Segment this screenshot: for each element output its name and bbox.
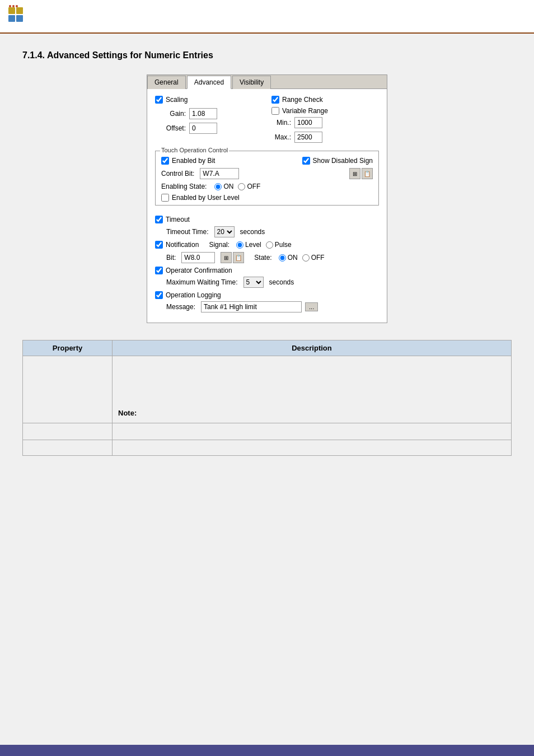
svg-rect-0 <box>8 7 15 14</box>
state-radios: ON OFF <box>279 254 325 262</box>
max-row: Max.: <box>271 132 379 143</box>
bit-icons: ⊞ 📋 <box>221 252 244 263</box>
timeout-label: Timeout <box>166 216 190 223</box>
timeout-time-label: Timeout Time: <box>166 228 209 236</box>
bit-grid-icon[interactable]: ⊞ <box>221 252 232 263</box>
level-radio[interactable] <box>236 241 243 249</box>
max-input[interactable] <box>294 132 322 143</box>
signal-label: Signal: <box>209 241 229 249</box>
max-wait-select[interactable]: 5 10 15 30 <box>243 277 264 288</box>
touch-operation-group: Touch Operation Control Enabled by Bit S… <box>155 151 379 206</box>
notification-bit-row: Bit: ⊞ 📋 State: ON OFF <box>166 252 379 263</box>
property-cell-2 <box>23 423 113 440</box>
control-bit-icons: ⊞ 📋 <box>349 168 373 179</box>
tab-bar: General Advanced Visibility <box>147 75 387 89</box>
app-icon <box>6 4 28 29</box>
pulse-radio[interactable] <box>266 241 273 249</box>
svg-point-4 <box>9 5 11 7</box>
table-row <box>23 423 512 440</box>
message-input[interactable] <box>201 301 302 312</box>
state-off-radio-label: OFF <box>302 254 325 262</box>
operator-confirmation-row: Operator Confirmation <box>155 267 379 274</box>
book-icon[interactable]: 📋 <box>362 168 373 179</box>
level-radio-label: Level <box>236 241 261 249</box>
bit-input[interactable] <box>181 252 215 263</box>
table-row: Note: <box>23 356 512 423</box>
scaling-checkbox-row: Scaling <box>155 96 263 104</box>
offset-row: Offset: <box>155 123 263 134</box>
offset-input[interactable] <box>189 123 217 134</box>
control-bit-input[interactable] <box>200 168 239 179</box>
range-check-section: Range Check Variable Range Min.: Max.: <box>271 96 379 146</box>
variable-range-label: Variable Range <box>282 107 328 115</box>
description-cell: Note: <box>113 356 512 423</box>
enabled-by-bit-row: Enabled by Bit <box>161 157 215 165</box>
main-content: 7.1.4. Advanced Settings for Numeric Ent… <box>0 34 534 473</box>
scaling-checkbox[interactable] <box>155 96 163 104</box>
operation-logging-label: Operation Logging <box>166 291 221 299</box>
control-bit-row: Control Bit: ⊞ 📋 <box>161 168 373 179</box>
svg-point-5 <box>12 5 15 7</box>
timeout-time-select[interactable]: 20 10 30 60 <box>214 226 235 237</box>
bit-label: Bit: <box>166 254 176 262</box>
min-label: Min.: <box>271 119 291 127</box>
variable-range-row: Variable Range <box>271 107 379 115</box>
svg-rect-1 <box>16 7 23 14</box>
range-check-row: Range Check <box>271 96 379 104</box>
enabled-by-bit-checkbox[interactable] <box>161 157 169 165</box>
max-wait-seconds-label: seconds <box>269 278 294 286</box>
state-off-radio[interactable] <box>302 254 310 262</box>
notification-checkbox-label: Notification <box>155 241 199 249</box>
state-off-label: OFF <box>311 254 325 262</box>
state-on-radio[interactable] <box>279 254 286 262</box>
table-row <box>23 440 512 456</box>
on-label: ON <box>223 183 233 190</box>
gain-input[interactable] <box>189 108 217 119</box>
tab-general[interactable]: General <box>147 76 186 89</box>
operator-confirmation-checkbox[interactable] <box>155 267 163 274</box>
control-bit-label: Control Bit: <box>161 170 194 178</box>
off-radio-label: OFF <box>238 183 260 190</box>
on-radio-label: ON <box>214 183 233 190</box>
state-label: State: <box>254 254 271 262</box>
notification-checkbox[interactable] <box>155 241 163 249</box>
scaling-section: Scaling Gain: Offset: <box>155 96 263 146</box>
timeout-checkbox[interactable] <box>155 216 163 223</box>
show-disabled-sign-label: Show Disabled Sign <box>313 157 373 165</box>
enabling-state-row: Enabling State: ON OFF <box>161 183 373 190</box>
variable-range-checkbox[interactable] <box>271 107 279 115</box>
grid-icon[interactable]: ⊞ <box>349 168 360 179</box>
show-disabled-sign-checkbox[interactable] <box>302 157 310 165</box>
pulse-label: Pulse <box>275 241 292 249</box>
property-cell-3 <box>23 440 113 456</box>
message-label: Message: <box>166 303 195 311</box>
property-col-header: Property <box>23 340 113 356</box>
level-label: Level <box>245 241 261 249</box>
off-radio[interactable] <box>238 183 245 190</box>
description-col-header: Description <box>113 340 512 356</box>
max-wait-label: Maximum Waiting Time: <box>166 278 238 286</box>
touch-operation-title: Touch Operation Control <box>160 147 229 153</box>
svg-rect-2 <box>8 15 15 22</box>
range-check-checkbox[interactable] <box>271 96 279 104</box>
notification-label: Notification <box>166 241 199 249</box>
min-input[interactable] <box>294 117 322 128</box>
enabled-by-user-level-row: Enabled by User Level <box>161 194 373 202</box>
operation-logging-row: Operation Logging <box>155 291 379 299</box>
property-table: Property Description Note: <box>22 340 512 456</box>
svg-rect-3 <box>16 15 23 22</box>
message-row: Message: ... <box>166 301 379 312</box>
scaling-label: Scaling <box>166 96 188 104</box>
tab-visibility[interactable]: Visibility <box>232 76 271 89</box>
gain-label: Gain: <box>155 110 186 118</box>
dialog: General Advanced Visibility Scaling Gain… <box>147 74 387 323</box>
offset-label: Offset: <box>155 124 186 132</box>
timeout-seconds-label: seconds <box>240 228 265 236</box>
operation-logging-checkbox[interactable] <box>155 291 163 299</box>
message-browse-button[interactable]: ... <box>305 302 318 311</box>
bit-book-icon[interactable]: 📋 <box>233 252 244 263</box>
on-radio[interactable] <box>214 183 222 190</box>
enabling-state-radios: ON OFF <box>214 183 260 190</box>
tab-advanced[interactable]: Advanced <box>187 76 231 89</box>
enabled-by-user-level-checkbox[interactable] <box>161 194 169 202</box>
